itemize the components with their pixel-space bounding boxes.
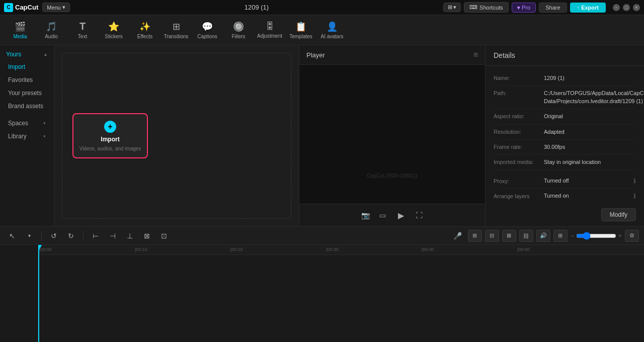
delete-btn[interactable]: ⊠: [140, 229, 154, 243]
split-mid-btn[interactable]: ⊥: [123, 229, 137, 243]
captions-label: Captions: [197, 34, 217, 39]
ai-avatars-label: AI avatars: [320, 34, 343, 39]
detail-resolution-row: Resolution: Adapted: [494, 125, 636, 140]
camera-icon-btn[interactable]: 📷: [360, 209, 372, 221]
screen-layout-button[interactable]: ⊞ ▾: [443, 3, 461, 12]
toolbar-item-adjustment[interactable]: 🎛 Adjustment: [255, 17, 285, 43]
redo-btn[interactable]: ↻: [64, 229, 78, 243]
toolbar-item-templates[interactable]: 📋 Templates: [286, 17, 316, 43]
player-header: Player ≡: [299, 45, 485, 65]
split-end-btn[interactable]: ⊣: [106, 229, 120, 243]
favorites-label: Favorites: [8, 76, 33, 83]
import-box[interactable]: + Import Videos, audios, and images: [72, 113, 148, 158]
sidebar-group-spaces[interactable]: Spaces ▾: [2, 117, 52, 130]
export-button[interactable]: ↑ Export: [570, 3, 606, 13]
captions-icon: 💬: [202, 21, 213, 32]
frame-rate-label: Frame rate:: [494, 143, 539, 150]
timeline-toolbar: ↖ ▾ ↺ ↻ ⊢ ⊣ ⊥ ⊠ ⊡ 🎤 ⊞ ⊟ ⊠ ⛓ 🔊 ⊞ −: [0, 227, 644, 245]
export-icon: ↑: [577, 5, 582, 11]
adjustment-label: Adjustment: [257, 33, 282, 39]
share-button[interactable]: Share: [539, 3, 567, 13]
split-start-btn[interactable]: ⊢: [89, 229, 103, 243]
toolbar-item-ai-avatars[interactable]: 👤 AI avatars: [317, 17, 347, 43]
arrange-layers-info-icon[interactable]: ℹ: [633, 192, 636, 200]
ruler-mark-2: |00:20: [230, 247, 243, 252]
play-button[interactable]: ▶: [394, 208, 408, 222]
library-chevron-icon: ▾: [43, 134, 46, 139]
toolbar-item-captions[interactable]: 💬 Captions: [192, 17, 222, 43]
toolbar-item-text[interactable]: T Text: [67, 17, 98, 43]
proxy-info-icon[interactable]: ℹ: [633, 177, 636, 185]
track-snap-btn[interactable]: ⊞: [468, 230, 482, 242]
track-grid-btn[interactable]: ⊞: [553, 230, 568, 242]
zoom-in-icon[interactable]: +: [618, 232, 622, 239]
ruler-mark-5: |00:50: [517, 247, 530, 252]
detail-proxy-row: Proxy: Turned off ℹ: [494, 174, 636, 189]
aspect-ratio-btn[interactable]: ▭: [377, 209, 389, 221]
menu-button[interactable]: Menu ▾: [42, 3, 70, 12]
imported-media-label: Imported media:: [494, 158, 539, 165]
modify-button[interactable]: Modify: [601, 208, 636, 221]
track-link-btn[interactable]: ⊠: [502, 230, 516, 242]
player-watermark: CapCut-1920×1080(1): [367, 173, 418, 179]
arrange-layers-label: Arrange layers: [494, 193, 539, 199]
topbar: C CapCut Menu ▾ 1209 (1) ⊞ ▾ ⌨ Shortcuts…: [0, 0, 644, 15]
player-panel: Player ≡ CapCut-1920×1080(1) 📷 ▭ ▶ ⛶: [299, 45, 486, 226]
track-chain-btn[interactable]: ⛓: [519, 230, 533, 242]
yours-label: Yours: [6, 51, 21, 58]
filters-label: Filters: [231, 34, 245, 39]
sidebar-item-favorites[interactable]: Favorites: [2, 73, 52, 87]
keyboard-icon: ⌨: [469, 4, 477, 11]
settings-btn[interactable]: ⚙: [625, 230, 639, 242]
mic-btn[interactable]: 🎤: [451, 229, 465, 243]
toolbar-item-media[interactable]: 🎬 Media: [5, 17, 35, 43]
toolbar-item-audio[interactable]: 🎵 Audio: [36, 17, 66, 43]
toolbar-item-transitions[interactable]: ⊞ Transitions: [161, 17, 191, 43]
minimize-button[interactable]: −: [613, 4, 620, 11]
zoom-slider[interactable]: [576, 232, 616, 240]
close-button[interactable]: ×: [633, 4, 640, 11]
track-lock-btn[interactable]: ⊟: [485, 230, 499, 242]
import-box-subtitle: Videos, audios, and images: [79, 146, 141, 151]
sidebar-item-your-presets[interactable]: Your presets: [2, 87, 52, 100]
heart-icon: ♥: [517, 5, 521, 11]
templates-icon: 📋: [295, 21, 306, 32]
cursor-tool-btn[interactable]: ↖: [5, 229, 19, 243]
spaces-chevron-icon: ▾: [43, 121, 46, 126]
cursor-chevron-btn[interactable]: ▾: [22, 229, 36, 243]
fullscreen-btn[interactable]: ⛶: [413, 209, 425, 221]
detail-frame-rate-row: Frame rate: 30.00fps: [494, 140, 636, 155]
crop-btn[interactable]: ⊡: [157, 229, 171, 243]
player-title: Player: [306, 51, 325, 59]
audio-label: Audio: [45, 34, 58, 39]
toolbar-item-effects[interactable]: ✨ Effects: [130, 17, 160, 43]
ruler-mark-4: |00:40: [422, 247, 434, 252]
sidebar-section-yours[interactable]: Yours ▲: [0, 48, 54, 60]
pro-label: Pro: [522, 5, 530, 11]
ruler-mark-1: |00:10: [135, 247, 147, 252]
toolbar-item-stickers[interactable]: ⭐ Stickers: [99, 17, 129, 43]
ruler-mark-3: |00:30: [326, 247, 339, 252]
resolution-value: Adapted: [544, 128, 636, 136]
zoom-controls: − +: [571, 232, 622, 240]
import-plus-icon: +: [104, 121, 116, 133]
shortcuts-button[interactable]: ⌨ Shortcuts: [464, 2, 508, 13]
zoom-out-icon[interactable]: −: [571, 232, 574, 239]
track-audio-btn[interactable]: 🔊: [536, 230, 550, 242]
sidebar-group-library[interactable]: Library ▾: [2, 130, 52, 143]
text-label: Text: [78, 34, 87, 39]
pro-badge: ♥ Pro: [512, 3, 536, 13]
templates-label: Templates: [289, 34, 312, 39]
player-menu-icon[interactable]: ≡: [473, 50, 478, 59]
transitions-icon: ⊞: [173, 21, 180, 32]
maximize-button[interactable]: □: [623, 4, 630, 11]
brand-assets-label: Brand assets: [8, 103, 43, 110]
sidebar-item-brand-assets[interactable]: Brand assets: [2, 100, 52, 113]
logo: C CapCut: [4, 3, 38, 12]
media-icon: 🎬: [15, 21, 26, 32]
undo-btn[interactable]: ↺: [47, 229, 61, 243]
sidebar-item-import[interactable]: Import: [2, 60, 52, 73]
toolbar-item-filters[interactable]: 🔘 Filters: [223, 17, 254, 43]
tl-separator-1: [41, 231, 42, 241]
imported-media-value: Stay in original location: [544, 158, 636, 166]
